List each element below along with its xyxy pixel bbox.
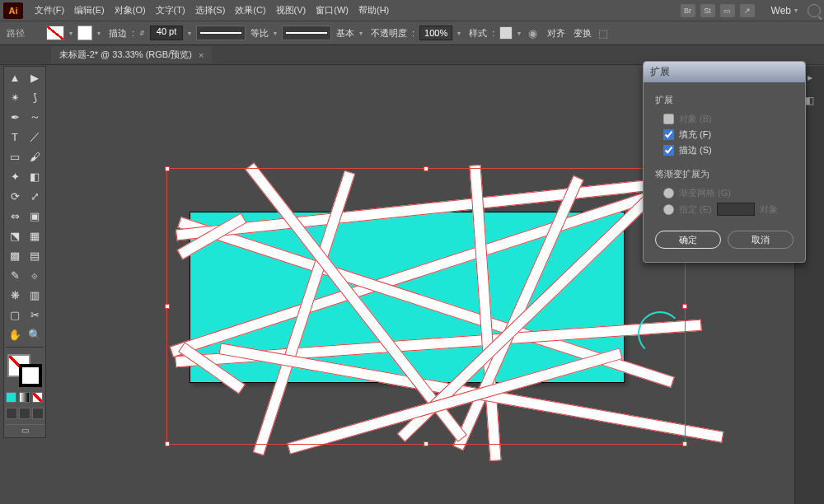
expand-stroke-checkbox[interactable]: 描边 (S) (663, 144, 794, 156)
zoom-tool[interactable]: 🔍 (26, 325, 44, 343)
tools-panel: ▲ ▶ ✴ ⟆ ✒ ～ T ／ ▭ 🖌 ✦ ◧ ⟳ ⤢ ⇔ ▣ ⬔ ▦ ▩ ▤ … (3, 66, 46, 438)
resize-handle[interactable] (682, 441, 687, 446)
dialog-title: 扩展 (644, 62, 805, 82)
resize-handle[interactable] (165, 166, 170, 171)
stock-icon[interactable]: St (700, 4, 715, 17)
opacity-input[interactable]: 100% (419, 26, 452, 40)
curvature-tool[interactable]: ～ (26, 108, 44, 126)
resize-handle[interactable] (165, 441, 170, 446)
none-mode-icon[interactable] (32, 392, 43, 403)
arrange-icon[interactable]: ▭ (720, 4, 735, 17)
transform-label[interactable]: 变换 (574, 27, 592, 40)
chevron-down-icon: ▾ (794, 7, 798, 14)
gradient-tool[interactable]: ▤ (26, 246, 44, 264)
stroke-swatch-box[interactable] (77, 26, 92, 40)
graph-tool[interactable]: ▥ (26, 286, 44, 304)
drawing-mode-inside[interactable] (32, 408, 44, 419)
cancel-button[interactable]: 取消 (728, 231, 794, 249)
bridge-icon[interactable]: Br (681, 4, 695, 17)
rectangle-tool[interactable]: ▭ (6, 147, 24, 166)
resize-handle[interactable] (424, 166, 428, 171)
workspace-dropdown[interactable]: Web▾ (771, 5, 798, 16)
ok-button[interactable]: 确定 (655, 231, 721, 249)
fill-chevron-icon[interactable]: ▾ (69, 30, 73, 37)
expand-fill-checkbox[interactable]: 填充 (F) (663, 128, 794, 141)
opacity-label: 不透明度 (371, 27, 407, 40)
gpu-icon[interactable]: ↗ (740, 4, 755, 17)
menu-effect[interactable]: 效果(C) (230, 4, 270, 16)
rotate-tool[interactable]: ⟳ (6, 187, 24, 205)
separator (6, 347, 44, 348)
resize-handle[interactable] (682, 304, 687, 309)
free-transform-tool[interactable]: ▣ (26, 207, 44, 225)
stroke-stepper-up-icon[interactable]: ⇵ (139, 30, 145, 37)
gradient-mode-icon[interactable] (19, 392, 30, 403)
menu-window[interactable]: 窗口(W) (311, 4, 353, 16)
menu-help[interactable]: 帮助(H) (353, 4, 394, 16)
variable-width-profile[interactable] (196, 26, 246, 40)
opacity-chevron-icon[interactable]: ▾ (457, 30, 461, 37)
magic-wand-tool[interactable]: ✴ (6, 88, 24, 106)
line-tool[interactable]: ／ (26, 128, 44, 146)
mesh-tool[interactable]: ▩ (6, 246, 24, 264)
shape-builder-tool[interactable]: ⬔ (6, 226, 24, 245)
brush-definition[interactable] (282, 26, 331, 40)
color-mode-icon[interactable] (6, 392, 16, 403)
artboard-tool[interactable]: ▢ (6, 306, 24, 324)
checkbox-icon[interactable] (663, 129, 674, 140)
menu-view[interactable]: 视图(V) (271, 4, 311, 16)
stroke-weight-input[interactable]: 40 pt (150, 26, 183, 40)
eyedropper-tool[interactable]: ✎ (6, 266, 24, 284)
resize-handle[interactable] (165, 304, 170, 309)
eraser-tool[interactable]: ◧ (26, 167, 44, 185)
type-tool[interactable]: T (6, 128, 24, 146)
search-box[interactable] (808, 4, 821, 17)
radio-icon (663, 188, 674, 198)
recolor-icon[interactable]: ◉ (526, 26, 539, 40)
style-chevron-icon[interactable]: ▾ (517, 30, 521, 37)
checkbox-icon (663, 114, 674, 124)
specify-count-input (717, 203, 755, 216)
fill-swatch[interactable] (46, 26, 64, 40)
slice-tool[interactable]: ✂ (26, 306, 44, 324)
gradient-mesh-radio: 渐变网格 (G) (663, 187, 794, 199)
checkbox-icon[interactable] (663, 145, 674, 156)
resize-handle[interactable] (424, 441, 428, 446)
specify-suffix: 对象 (760, 203, 778, 216)
drawing-mode-normal[interactable] (6, 408, 17, 419)
expand-dialog: 扩展 扩展 对象 (B) 填充 (F) 描边 (S) 将渐变扩展为 渐变网格 (… (643, 61, 806, 263)
scale-tool[interactable]: ⤢ (26, 187, 44, 205)
menu-object[interactable]: 对象(O) (110, 4, 151, 16)
perspective-tool[interactable]: ▦ (26, 226, 44, 245)
menu-select[interactable]: 选择(S) (190, 4, 231, 16)
lasso-tool[interactable]: ⟆ (26, 88, 44, 106)
document-tab-title: 未标题-2* @ 33.33% (RGB/预览) (59, 49, 192, 61)
drawing-mode-behind[interactable] (19, 408, 30, 419)
screen-mode-button[interactable]: ▭ (6, 424, 44, 436)
profile-chevron-icon[interactable]: ▾ (274, 30, 277, 37)
stroke-weight-chevron-icon[interactable]: ▾ (188, 30, 191, 37)
document-tab[interactable]: 未标题-2* @ 33.33% (RGB/预览) × (51, 46, 212, 63)
selection-type-label: 路径 (7, 27, 25, 40)
blend-tool[interactable]: ⟐ (26, 266, 44, 284)
menu-file[interactable]: 文件(F) (30, 4, 69, 16)
stroke-chevron-icon[interactable]: ▾ (97, 30, 101, 37)
brush-chevron-icon[interactable]: ▾ (359, 30, 363, 37)
graphic-style-swatch[interactable] (499, 26, 513, 40)
close-icon[interactable]: × (199, 50, 204, 60)
selection-tool[interactable]: ▲ (6, 68, 24, 86)
stroke-color-swatch[interactable] (19, 364, 42, 387)
align-label[interactable]: 对齐 (547, 27, 565, 40)
menu-type[interactable]: 文字(T) (151, 4, 190, 16)
shaper-tool[interactable]: ✦ (6, 167, 24, 185)
hand-tool[interactable]: ✋ (6, 325, 24, 343)
menu-edit[interactable]: 编辑(E) (69, 4, 110, 16)
expand-object-checkbox: 对象 (B) (663, 113, 794, 125)
symbol-sprayer-tool[interactable]: ❋ (6, 286, 24, 304)
paintbrush-tool[interactable]: 🖌 (26, 147, 44, 166)
pen-tool[interactable]: ✒ (6, 108, 24, 126)
isolate-icon[interactable]: ⬚ (597, 26, 610, 40)
width-tool[interactable]: ⇔ (6, 207, 24, 225)
direct-selection-tool[interactable]: ▶ (26, 68, 44, 86)
fill-stroke-swatches[interactable] (6, 354, 44, 387)
